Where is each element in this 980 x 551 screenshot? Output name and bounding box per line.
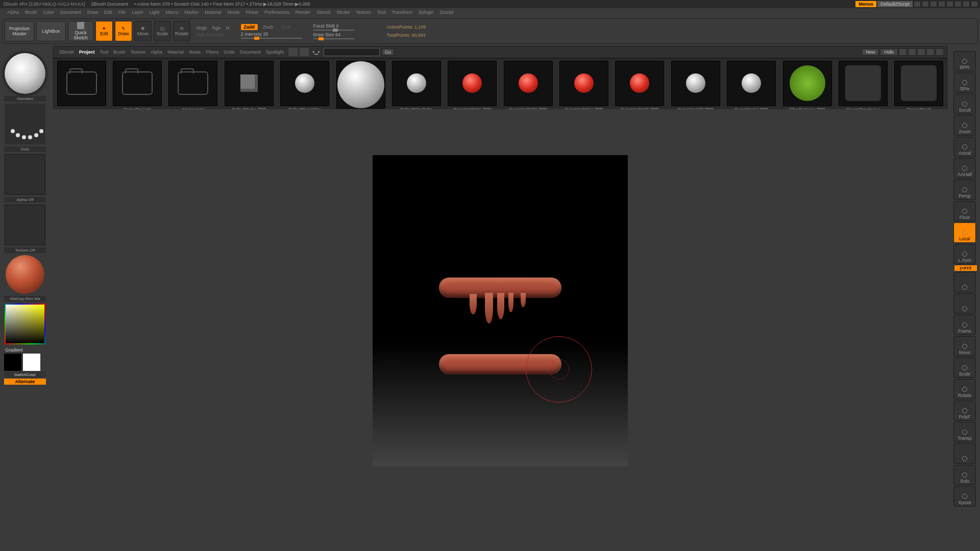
lightbox-prev-icon[interactable] xyxy=(288,48,298,56)
right-btn-blank[interactable] xyxy=(953,293,976,314)
menu-texture[interactable]: Texture xyxy=(353,10,374,15)
projection-master-button[interactable]: Projection Master xyxy=(5,21,34,41)
lightbox-tab-document[interactable]: Document xyxy=(237,49,263,55)
right-btn-rotate[interactable]: Rotate xyxy=(953,379,976,399)
project-item[interactable]: Mannequin xyxy=(165,59,221,114)
layout-icon[interactable] xyxy=(914,1,921,7)
color-picker[interactable] xyxy=(5,304,45,344)
minimize-icon[interactable] xyxy=(954,1,962,7)
right-btn-xpose[interactable]: Xpose xyxy=(953,486,976,507)
lightbox-tab-grids[interactable]: Grids xyxy=(221,49,237,55)
right-btn-l.sym[interactable]: L.Sym xyxy=(953,244,976,264)
gridview1-icon[interactable] xyxy=(899,48,907,56)
right-btn-transp[interactable]: Transp xyxy=(953,422,976,442)
material-preview[interactable] xyxy=(6,255,44,294)
menu-render[interactable]: Render xyxy=(292,10,314,15)
project-item[interactable]: DefaultSphere.ZPR xyxy=(333,59,388,114)
lightbox-tab-alpha[interactable]: Alpha xyxy=(148,49,165,55)
right-btn-spix[interactable]: SPix xyxy=(953,72,976,93)
right-btn-zoom[interactable]: Zoom xyxy=(953,115,976,136)
lightbox-tab-noise[interactable]: Noise xyxy=(186,49,203,55)
menu-color[interactable]: Color xyxy=(40,10,58,15)
right-btn-frame[interactable]: Frame xyxy=(953,315,976,335)
right-btn-blank[interactable] xyxy=(953,272,976,292)
zcut-toggle[interactable]: Zcut xyxy=(278,24,293,30)
project-item[interactable]: DynaMesh128.ZPR xyxy=(612,59,668,114)
project-item[interactable]: GroomPracti xyxy=(891,59,947,114)
right-btn-persp[interactable]: Persp xyxy=(953,180,976,200)
right-btn-scale[interactable]: Scale xyxy=(953,358,976,378)
lightbox-tab-brush[interactable]: Brush xyxy=(111,49,128,55)
menu-stencil[interactable]: Stencil xyxy=(313,10,333,15)
lightbox-tab-zbrush[interactable]: ZBrush xyxy=(57,49,77,55)
default-zscript[interactable]: DefaultZScript xyxy=(877,1,913,7)
rgb-intensity-slider[interactable]: Rgb Intensity xyxy=(197,32,230,37)
project-item[interactable]: GroomPracticeLc xyxy=(835,59,891,114)
right-btn-solo[interactable]: Solo xyxy=(953,465,976,485)
texture-preview[interactable] xyxy=(5,205,45,245)
move-mode-button[interactable]: ✥Move xyxy=(134,21,152,41)
lightbox-search-input[interactable] xyxy=(324,48,380,56)
gridview2-icon[interactable] xyxy=(908,48,916,56)
project-item[interactable]: DefaultWaxSphe xyxy=(388,59,444,114)
scale-mode-button[interactable]: ◱Scale xyxy=(154,21,171,41)
stroke-preview[interactable] xyxy=(5,104,45,144)
project-item[interactable]: DynaWax128.ZPR xyxy=(668,59,723,114)
menu-brush[interactable]: Brush xyxy=(22,10,40,15)
lightbox-mode-icon[interactable]: •‿• xyxy=(311,49,322,55)
mrgb-toggle[interactable]: Mrgb xyxy=(197,26,207,31)
xyz-toggle[interactable]: (>XYZ xyxy=(954,265,977,271)
alternate-button[interactable]: Alternate xyxy=(4,379,46,385)
menu-alpha[interactable]: Alpha xyxy=(4,10,22,15)
right-btn-local[interactable]: Local xyxy=(953,222,976,243)
right-btn-floor[interactable]: Floor xyxy=(953,201,976,221)
lightbox-tab-fibers[interactable]: Fibers xyxy=(203,49,221,55)
secondary-color-swatch[interactable] xyxy=(4,354,21,371)
right-btn-move[interactable]: Move xyxy=(953,336,976,357)
lock-icon[interactable] xyxy=(946,1,953,7)
edit-mode-button[interactable]: ✦Edit xyxy=(95,21,113,41)
menu-zplugin[interactable]: Zplugin xyxy=(415,10,437,15)
project-item[interactable]: .. xyxy=(54,59,109,114)
menu-picker[interactable]: Picker xyxy=(242,10,261,15)
alpha-preview[interactable] xyxy=(5,154,45,195)
layout3-icon[interactable] xyxy=(930,1,937,7)
menu-stroke[interactable]: Stroke xyxy=(333,10,353,15)
menu-file[interactable]: File xyxy=(115,10,129,15)
layout2-icon[interactable] xyxy=(922,1,929,7)
lightbox-go-button[interactable]: Go xyxy=(382,48,394,56)
project-item[interactable]: DynaMesh032.ZPR xyxy=(500,59,556,114)
focal-shift-slider[interactable]: Focal Shift 0 xyxy=(313,23,354,31)
gridview4-icon[interactable] xyxy=(926,48,935,56)
menu-preferences[interactable]: Preferences xyxy=(261,10,292,15)
menu-edit[interactable]: Edit xyxy=(101,10,115,15)
project-item[interactable]: DynaMesh016.ZPR xyxy=(445,59,500,114)
lightbox-new-button[interactable]: New xyxy=(862,48,879,56)
draw-mode-button[interactable]: ✎Draw xyxy=(115,21,132,41)
m-toggle[interactable]: M xyxy=(226,26,230,31)
project-item[interactable]: DemoProjects xyxy=(109,59,165,114)
right-btn-blank[interactable] xyxy=(953,443,976,464)
lightbox-next-icon[interactable] xyxy=(300,48,309,56)
lightbox-tab-material[interactable]: Material xyxy=(165,49,186,55)
menu-material[interactable]: Material xyxy=(202,10,224,15)
rotate-mode-button[interactable]: ⟲Rotate xyxy=(173,21,190,41)
zsub-toggle[interactable]: Zsub xyxy=(260,24,276,30)
gridview3-icon[interactable] xyxy=(917,48,925,56)
right-btn-polyf[interactable]: PolyF xyxy=(953,400,976,421)
lightbox-hide-button[interactable]: Hide xyxy=(880,48,898,56)
lightbox-tab-tool[interactable]: Tool xyxy=(97,49,111,55)
menu-transform[interactable]: Transform xyxy=(388,10,415,15)
rgb-toggle[interactable]: Rgb xyxy=(212,26,221,31)
menu-document[interactable]: Document xyxy=(57,10,84,15)
layout4-icon[interactable] xyxy=(938,1,945,7)
maximize-icon[interactable] xyxy=(963,1,970,7)
gridview5-icon[interactable] xyxy=(936,48,944,56)
lightbox-tab-project[interactable]: Project xyxy=(77,49,97,55)
project-item[interactable]: DynaWax64.ZPR xyxy=(724,59,779,114)
project-item[interactable]: DynaMesh064.ZPR xyxy=(556,59,611,114)
right-btn-scroll[interactable]: Scroll xyxy=(953,94,976,114)
lightbox-tab-spotlight[interactable]: Spotlight xyxy=(263,49,286,55)
menu-marker[interactable]: Marker xyxy=(181,10,202,15)
menu-draw[interactable]: Draw xyxy=(84,10,101,15)
